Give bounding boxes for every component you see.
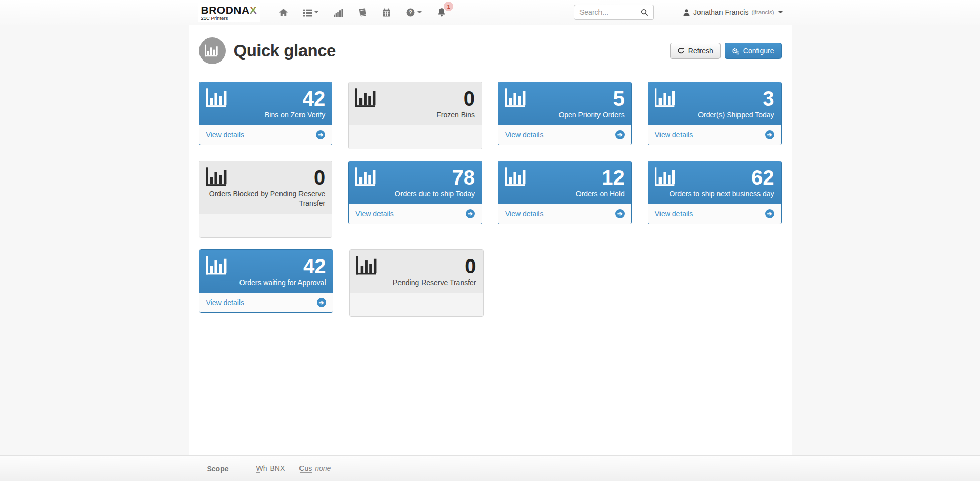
search-form <box>574 5 654 20</box>
stat-label: Orders due to ship Today <box>355 189 475 198</box>
notification-badge: 1 <box>444 2 453 11</box>
home-icon <box>279 8 288 17</box>
bar-chart-icon <box>206 88 230 109</box>
view-details-link[interactable]: View details ➔ <box>648 125 781 145</box>
bar-chart-icon <box>206 167 230 188</box>
card-row: 42 Bins on Zero Verify View details ➔ 0 … <box>199 82 782 149</box>
page-title-badge <box>199 37 226 64</box>
stat-card-orders-due-ship-today: 78 Orders due to ship Today View details… <box>348 161 482 224</box>
configure-button[interactable]: Configure <box>725 43 782 59</box>
brand-logo-text: BRODNAX <box>201 5 257 15</box>
search-icon <box>641 9 648 16</box>
stat-label: Orders on Hold <box>505 189 625 198</box>
stat-label: Orders to ship next business day <box>655 189 774 198</box>
bar-chart-icon <box>355 88 379 109</box>
stat-value: 0 <box>465 256 476 276</box>
card-row: 42 Orders waiting for Approval View deta… <box>199 249 782 317</box>
arrow-circle-right-icon: ➔ <box>466 209 475 218</box>
list-menu-icon <box>303 8 312 17</box>
user-icon <box>683 9 690 16</box>
stat-card-orders-waiting-approval: 42 Orders waiting for Approval View deta… <box>199 249 333 313</box>
chevron-down-icon <box>417 11 422 13</box>
card-footer-empty <box>199 214 332 237</box>
main-content: Quick glance Refresh Configure 42 Bins <box>189 25 792 455</box>
bar-chart-icon <box>355 167 379 188</box>
warehouse-value: BNX <box>270 464 285 472</box>
stat-card-open-priority-orders: 5 Open Priority Orders View details ➔ <box>498 82 632 145</box>
page-title: Quick glance <box>234 41 336 61</box>
card-footer-empty <box>349 125 482 149</box>
nav-help-dropdown[interactable] <box>398 0 429 25</box>
view-details-link[interactable]: View details ➔ <box>498 125 631 145</box>
chevron-down-icon <box>314 11 318 13</box>
stat-card-orders-blocked-pending-reserve: 0 Orders Blocked by Pending Reserve Tran… <box>199 161 333 237</box>
user-login: (jfrancis) <box>751 9 774 15</box>
nav-calendar[interactable] <box>374 0 398 25</box>
calendar-icon <box>382 8 391 17</box>
search-input[interactable] <box>574 5 635 20</box>
scope-warehouse: Wh BNX <box>256 464 285 473</box>
stat-label: Bins on Zero Verify <box>206 110 326 119</box>
stat-card-orders-on-hold: 12 Orders on Hold View details ➔ <box>498 161 632 224</box>
view-details-link[interactable]: View details ➔ <box>199 125 332 145</box>
chevron-down-icon <box>778 11 783 13</box>
arrow-circle-right-icon: ➔ <box>316 130 325 139</box>
nav-stats[interactable] <box>326 0 350 25</box>
card-row: 0 Orders Blocked by Pending Reserve Tran… <box>199 161 782 237</box>
stat-value: 42 <box>303 89 326 108</box>
stat-label: Orders Blocked by Pending Reserve Transf… <box>206 189 326 208</box>
customer-abbr[interactable]: Cus <box>299 464 312 473</box>
view-details-link[interactable]: View details ➔ <box>349 204 482 224</box>
stat-card-pending-reserve-transfer: 0 Pending Reserve Transfer <box>349 249 484 317</box>
stat-value: 12 <box>602 168 625 187</box>
arrow-circle-right-icon: ➔ <box>615 209 625 218</box>
stat-label: Pending Reserve Transfer <box>356 278 476 287</box>
view-details-link[interactable]: View details ➔ <box>498 204 631 224</box>
bar-chart-icon <box>505 167 529 188</box>
quick-glance-cards: 42 Bins on Zero Verify View details ➔ 0 … <box>189 82 792 317</box>
user-name: Jonathan Francis <box>693 8 748 16</box>
customer-value: none <box>315 464 331 472</box>
stat-card-bins-on-zero-verify: 42 Bins on Zero Verify View details ➔ <box>199 82 333 145</box>
scope-footer: Scope Wh BNX Cus none <box>0 455 980 481</box>
stat-card-orders-ship-next-business-day: 62 Orders to ship next business day View… <box>648 161 782 224</box>
arrow-circle-right-icon: ➔ <box>765 209 774 218</box>
arrow-circle-right-icon: ➔ <box>765 130 774 139</box>
gears-icon <box>732 47 739 55</box>
bar-chart-icon <box>655 167 678 188</box>
warehouse-abbr[interactable]: Wh <box>256 464 267 473</box>
stat-card-frozen-bins: 0 Frozen Bins <box>348 82 482 149</box>
bar-chart-icon <box>655 88 678 109</box>
bar-chart-icon <box>505 88 529 109</box>
search-button[interactable] <box>635 5 654 20</box>
nav-lists-dropdown[interactable] <box>295 0 326 25</box>
brand-logo-subtitle: 21C Printers <box>201 16 257 21</box>
stat-value: 5 <box>613 89 625 108</box>
top-navbar: BRODNAX 21C Printers <box>0 0 980 25</box>
stat-value: 42 <box>303 256 326 276</box>
refresh-icon <box>677 47 685 54</box>
bar-chart-icon <box>206 256 230 276</box>
stats-icon <box>334 8 343 17</box>
nav-notifications[interactable]: 1 <box>429 0 454 25</box>
view-details-link[interactable]: View details ➔ <box>648 204 781 224</box>
arrow-circle-right-icon: ➔ <box>317 298 326 307</box>
stat-value: 3 <box>763 89 774 108</box>
view-details-link[interactable]: View details ➔ <box>199 293 333 312</box>
brand-logo[interactable]: BRODNAX 21C Printers <box>198 3 261 22</box>
stat-value: 0 <box>314 168 325 187</box>
user-menu[interactable]: Jonathan Francis (jfrancis) <box>683 8 783 16</box>
nav-home[interactable] <box>271 0 295 25</box>
nav-icon-menu: 1 <box>271 0 454 25</box>
stat-label: Orders waiting for Approval <box>206 278 326 287</box>
refresh-button[interactable]: Refresh <box>670 43 721 59</box>
catalog-icon <box>358 8 367 17</box>
scope-customer: Cus none <box>299 464 331 473</box>
stat-label: Order(s) Shipped Today <box>655 110 774 119</box>
bar-chart-icon <box>356 256 380 276</box>
stat-value: 78 <box>452 168 475 187</box>
stat-card-orders-shipped-today: 3 Order(s) Shipped Today View details ➔ <box>648 82 782 145</box>
page-header: Quick glance Refresh Configure <box>189 37 792 64</box>
nav-catalog[interactable] <box>350 0 374 25</box>
arrow-circle-right-icon: ➔ <box>615 130 625 139</box>
